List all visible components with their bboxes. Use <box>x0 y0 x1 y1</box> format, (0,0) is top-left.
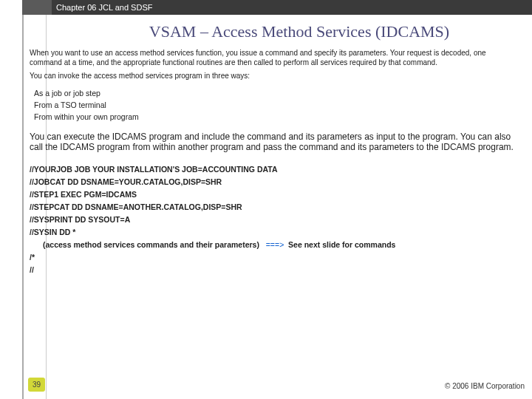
chapter-label: Chapter 06 JCL and SDSF <box>56 3 152 12</box>
next-slide-note: See next slide for commands <box>288 240 395 249</box>
list-item: From a TSO terminal <box>34 100 525 109</box>
list-item: From within your own program <box>34 112 525 121</box>
jcl-line: //STEPCAT DD DSNAME=ANOTHER.CATALOG,DISP… <box>30 202 525 211</box>
jcl-params-text: (access method services commands and the… <box>43 240 259 249</box>
slide-header: Chapter 06 JCL and SDSF <box>22 0 532 15</box>
list-item: As a job or job step <box>34 89 525 98</box>
page-number: 39 <box>28 378 45 392</box>
jcl-line: //SYSIN DD * <box>30 228 525 236</box>
intro-paragraph-1: When you want to use an access method se… <box>30 49 520 67</box>
slide-title: VSAM – Access Method Services (IDCAMS) <box>74 22 525 41</box>
header-notch <box>22 0 52 15</box>
jcl-line: //JOBCAT DD DSNAME=YOUR.CATALOG,DISP=SHR <box>30 177 525 186</box>
slide-body: VSAM – Access Method Services (IDCAMS) W… <box>24 15 532 399</box>
copyright-text: © 2006 IBM Corporation <box>445 382 525 390</box>
arrow-icon: ===> <box>266 240 284 249</box>
jcl-line: //STEP1 EXEC PGM=IDCAMS <box>30 190 525 199</box>
intro-paragraph-2: You can invoke the access method service… <box>30 72 520 80</box>
jcl-line: // <box>30 265 525 274</box>
jcl-line: //SYSPRINT DD SYSOUT=A <box>30 215 525 224</box>
execution-paragraph: You can execute the IDCAMS program and i… <box>30 132 520 153</box>
invoke-methods-list: As a job or job step From a TSO terminal… <box>34 89 525 121</box>
jcl-parameters-line: (access method services commands and the… <box>43 240 525 249</box>
jcl-block: //YOURJOB JOB YOUR INSTALLATION'S JOB=AC… <box>30 165 525 274</box>
jcl-line: //YOURJOB JOB YOUR INSTALLATION'S JOB=AC… <box>30 165 525 174</box>
jcl-line: /* <box>30 253 525 262</box>
